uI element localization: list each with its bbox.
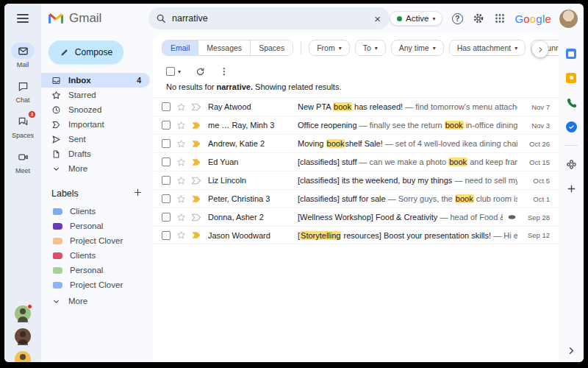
contact-avatar-2[interactable] xyxy=(15,328,31,344)
nav-item-label: Sent xyxy=(68,135,86,144)
status-selector[interactable]: Active ▾ xyxy=(390,11,442,26)
important-marker[interactable] xyxy=(191,213,201,222)
select-all-control[interactable]: ▾ xyxy=(166,67,181,76)
important-marker[interactable] xyxy=(191,140,201,148)
gmail-window: MailChat3SpacesMeet Gmail × xyxy=(4,4,584,362)
result-tab-spaces[interactable]: Spaces xyxy=(250,40,293,55)
row-checkbox[interactable] xyxy=(162,231,171,240)
apps-button[interactable] xyxy=(493,12,506,25)
create-label-button[interactable] xyxy=(133,188,143,199)
result-tab-messages[interactable]: Messages xyxy=(198,40,250,55)
scroll-chips-button[interactable] xyxy=(532,41,548,57)
snippet-text: — find tomorrow's menu attached! The cre… xyxy=(405,102,517,111)
row-checkbox[interactable] xyxy=(162,139,171,148)
filter-chip-to[interactable]: To▾ xyxy=(355,40,386,56)
rail-item-meet[interactable]: Meet xyxy=(11,149,35,174)
email-subject-snippet: Office reopening — finally see the retur… xyxy=(298,121,517,130)
label-tag-icon xyxy=(53,267,62,274)
search-bar[interactable]: × xyxy=(148,7,390,29)
star-icon[interactable] xyxy=(176,102,186,112)
important-marker[interactable] xyxy=(191,158,201,166)
select-all-checkbox[interactable] xyxy=(166,67,175,76)
email-row[interactable]: Ed Yuan[classifieds] stuff — can we make… xyxy=(153,152,559,171)
sidebar-item-inbox[interactable]: Inbox4 xyxy=(41,73,150,88)
important-marker[interactable] xyxy=(191,177,201,185)
email-row[interactable]: Ray AtwoodNew PTA book has released! — f… xyxy=(153,97,559,116)
sidebar-item-starred[interactable]: Starred xyxy=(41,88,150,102)
label-item-1[interactable]: Personal xyxy=(41,219,153,233)
star-icon[interactable] xyxy=(176,213,186,222)
get-addons-icon[interactable] xyxy=(565,183,577,194)
email-row[interactable]: Peter, Christina 3[classifieds] stuff fo… xyxy=(153,189,559,208)
email-row[interactable]: Jason Woodward[Storytelling resources] B… xyxy=(153,226,559,244)
filter-chip-any-time[interactable]: Any time▾ xyxy=(391,40,444,56)
search-input[interactable] xyxy=(172,13,367,24)
email-row[interactable]: Andrew, Katie 2Moving bookshelf Sale! — … xyxy=(153,134,559,152)
email-sender: Ray Atwood xyxy=(208,102,298,111)
keep-icon[interactable] xyxy=(565,72,577,84)
row-checkbox[interactable] xyxy=(162,213,171,222)
filter-chips-row: EmailMessagesSpaces From▾To▾Any time▾Has… xyxy=(153,33,559,61)
refresh-button[interactable] xyxy=(196,67,205,77)
sidebar-item-important[interactable]: Important xyxy=(41,117,150,132)
important-icon xyxy=(51,120,61,130)
filter-chip-has-attachment[interactable]: Has attachment▾ xyxy=(449,40,526,56)
more-options-button[interactable]: ⋮ xyxy=(220,66,229,77)
rail-item-mail[interactable]: Mail xyxy=(11,43,35,68)
filter-chip-from[interactable]: From▾ xyxy=(309,40,350,56)
contact-avatar-3[interactable] xyxy=(15,351,31,362)
gmail-logo[interactable]: Gmail xyxy=(41,11,148,26)
user-avatar[interactable] xyxy=(559,10,578,28)
settings-button[interactable] xyxy=(472,12,485,25)
row-checkbox[interactable] xyxy=(162,158,171,166)
labels-more-toggle[interactable]: More xyxy=(41,294,150,308)
main-menu-button[interactable] xyxy=(4,4,41,33)
voice-icon[interactable] xyxy=(565,96,577,108)
important-marker[interactable] xyxy=(191,121,201,130)
compose-button[interactable]: Compose xyxy=(49,40,123,64)
sidebar-item-more[interactable]: More xyxy=(41,161,150,176)
search-highlight: book xyxy=(326,139,345,148)
row-checkbox[interactable] xyxy=(162,194,171,203)
star-icon[interactable] xyxy=(176,194,186,204)
label-item-4[interactable]: Personal xyxy=(41,263,153,277)
rail-item-spaces[interactable]: 3Spaces xyxy=(11,113,35,139)
open-side-panel-button[interactable] xyxy=(565,344,577,356)
label-item-5[interactable]: Project Clover xyxy=(41,277,153,292)
contact-avatar-1[interactable] xyxy=(15,305,31,322)
rail-item-chat[interactable]: Chat xyxy=(11,78,35,104)
row-checkbox[interactable] xyxy=(162,102,171,111)
email-row[interactable]: Liz Lincoln[classifieds] its the weekend… xyxy=(153,171,559,189)
important-marker[interactable] xyxy=(191,195,201,203)
row-checkbox[interactable] xyxy=(162,176,171,185)
subject-text: Moving xyxy=(298,139,326,148)
star-icon[interactable] xyxy=(176,158,186,167)
label-item-3[interactable]: Clients xyxy=(41,248,153,263)
sidebar-item-snoozed[interactable]: Snoozed xyxy=(41,102,150,117)
star-icon[interactable] xyxy=(176,176,186,185)
clear-search-icon[interactable]: × xyxy=(373,13,382,25)
tasks-icon[interactable] xyxy=(565,121,577,132)
sidebar-item-sent[interactable]: Sent xyxy=(41,132,150,146)
label-item-2[interactable]: Project Clover xyxy=(41,233,153,248)
star-icon[interactable] xyxy=(176,230,186,240)
search-highlight: book xyxy=(448,158,467,166)
email-row[interactable]: me … Ray, Minh 3Office reopening — final… xyxy=(153,116,559,134)
refresh-icon xyxy=(196,67,205,77)
label-item-0[interactable]: Clients xyxy=(41,204,153,219)
calendar-icon[interactable] xyxy=(565,48,577,60)
kebab-icon: ⋮ xyxy=(220,66,229,77)
important-marker[interactable] xyxy=(191,231,201,239)
app-rail: MailChat3SpacesMeet xyxy=(4,4,41,362)
addon-icon[interactable] xyxy=(565,158,577,170)
gmail-m-icon xyxy=(49,13,63,24)
important-marker[interactable] xyxy=(191,103,201,111)
help-button[interactable]: ? xyxy=(451,12,464,25)
email-row[interactable]: Donna, Asher 2[Wellness Workshop] Food &… xyxy=(153,208,559,226)
row-checkbox[interactable] xyxy=(162,121,171,130)
star-icon[interactable] xyxy=(176,139,186,149)
email-sender: Liz Lincoln xyxy=(208,176,298,185)
star-icon[interactable] xyxy=(176,121,186,130)
result-tab-email[interactable]: Email xyxy=(162,40,198,55)
sidebar-item-drafts[interactable]: Drafts xyxy=(41,146,150,161)
